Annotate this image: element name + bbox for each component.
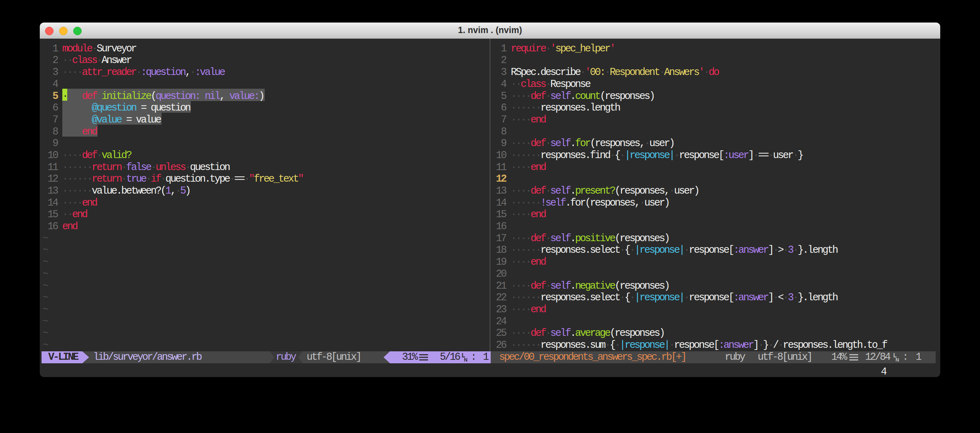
svg-text:N: N <box>896 357 899 362</box>
